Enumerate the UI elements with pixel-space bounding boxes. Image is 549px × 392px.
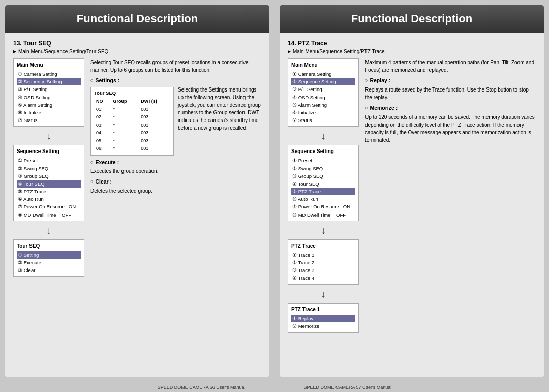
- seq-menu-title: Sequence Setting: [17, 147, 81, 156]
- r-arrow-1: ↓: [288, 131, 359, 141]
- ptz-trace-title: PTZ Trace: [291, 242, 355, 250]
- arrow-1: ↓: [13, 131, 84, 141]
- r-menu-item-4: ④ OSD Setting: [291, 94, 355, 101]
- ptz-trace1-menu-box: PTZ Trace 1 ① Replay ② Memorize: [288, 303, 359, 333]
- r-seq-item-2: ② Swing SEQ: [291, 165, 355, 172]
- seq-item-7: ⑦ Power On Resume ON: [17, 203, 81, 210]
- r-seq-item-6: ⑥ Auto Run: [291, 195, 355, 203]
- seq-item-5: ⑤ PTZ Trace: [17, 188, 81, 195]
- left-page-header: Functional Description: [5, 5, 269, 33]
- right-section-title: 14. PTZ Trace: [288, 40, 536, 47]
- memorize-text: Up to 120 seconds of a memory can be sav…: [365, 113, 536, 144]
- left-section-title: 13. Tour SEQ: [13, 40, 261, 47]
- left-menu-column: Main Menu ① Camera Setting ② Sequence Se…: [13, 58, 84, 370]
- execute-text: Executes the group operation.: [90, 167, 261, 175]
- r-arrow-2: ↓: [288, 225, 359, 235]
- ptz-trace-menu-box: PTZ Trace ① Trace 1 ② Trace 2 ③ Trace 3 …: [288, 239, 359, 285]
- r-menu-item-1: ① Camera Setting: [291, 70, 355, 78]
- tour-item-1: ① Setting: [17, 251, 81, 259]
- menu-item-5: ⑤ Alarm Setting: [17, 101, 81, 109]
- right-main-menu-title: Main Menu: [291, 61, 355, 69]
- r-seq-item-1: ① Preset: [291, 157, 355, 164]
- replay-heading: Replay :: [365, 77, 536, 85]
- right-main-menu-box: Main Menu ① Camera Setting ② Sequence Se…: [288, 58, 359, 127]
- right-menu-column: Main Menu ① Camera Setting ② Sequence Se…: [288, 58, 359, 370]
- menu-item-2: ② Sequence Setting: [17, 78, 81, 85]
- r-menu-item-2: ② Sequence Setting: [291, 78, 355, 85]
- ptz-item-4: ④ Trace 4: [291, 274, 355, 282]
- right-intro: Maximum 4 patterns of the manual operati…: [365, 58, 536, 74]
- footer-left: SPEED DOME CAMERA 56 User's Manual: [158, 385, 246, 390]
- right-breadcrumb: Main Menu/Sequence Setting/PTZ Trace: [288, 49, 536, 54]
- tour-menu-title: Tour SEQ: [17, 242, 81, 250]
- r-menu-item-6: ⑥ Initialize: [291, 109, 355, 116]
- right-right-col: Maximum 4 patterns of the manual operati…: [365, 58, 536, 370]
- left-page: Functional Description 13. Tour SEQ Main…: [5, 5, 269, 377]
- menu-item-4: ④ OSD Setting: [17, 94, 81, 101]
- r-seq-item-5: ⑤ PTZ Trace: [291, 188, 355, 195]
- right-page-header: Functional Description: [280, 5, 544, 33]
- r-menu-item-3: ③ P/T Setting: [291, 85, 355, 93]
- r-menu-item-5: ⑤ Alarm Setting: [291, 101, 355, 109]
- r-seq-item-3: ③ Group SEQ: [291, 172, 355, 180]
- right-seq-menu-box: Sequence Setting ① Preset ② Swing SEQ ③ …: [288, 145, 359, 221]
- main-menu-title: Main Menu: [17, 61, 81, 69]
- clear-text: Deletes the selected group.: [90, 187, 261, 195]
- ptz1-item-2: ② Memorize: [291, 322, 355, 330]
- seq-item-2: ② Swing SEQ: [17, 165, 81, 172]
- menu-item-3: ③ P/T Setting: [17, 85, 81, 93]
- execute-heading: Execute :: [90, 159, 261, 167]
- ptz-trace1-title: PTZ Trace 1: [291, 306, 355, 314]
- seq-item-8: ⑧ MD Dwell Time OFF: [17, 211, 81, 219]
- r-arrow-3: ↓: [288, 289, 359, 299]
- r-menu-item-7: ⑦ Status: [291, 116, 355, 124]
- footer-right: SPEED DOME CAMERA 57 User's Manual: [304, 385, 392, 390]
- th-no: NO: [94, 98, 111, 106]
- settings-text: Selecting the Settings menu brings up th…: [178, 86, 261, 132]
- arrow-2: ↓: [13, 225, 84, 235]
- tour-table: Tour SEQ NOGroupDWT(s) 01:*003 02:*003 0…: [90, 87, 174, 156]
- ptz1-item-1: ① Replay: [291, 315, 355, 322]
- seq-item-1: ① Preset: [17, 157, 81, 164]
- th-dwt: DWT(s): [139, 98, 170, 106]
- ptz-item-3: ③ Trace 3: [291, 266, 355, 274]
- main-menu-box: Main Menu ① Camera Setting ② Sequence Se…: [13, 58, 84, 127]
- right-seq-menu-title: Sequence Setting: [291, 147, 355, 156]
- table-title: Tour SEQ: [94, 89, 170, 97]
- ptz-item-2: ② Trace 2: [291, 259, 355, 266]
- tour-item-2: ② Execute: [17, 259, 81, 266]
- r-seq-item-7: ⑦ Power On Resume ON: [291, 203, 355, 210]
- tour-menu-box: Tour SEQ ① Setting ② Execute ③ Clear: [13, 239, 84, 277]
- th-group: Group: [111, 98, 139, 106]
- footer: SPEED DOME CAMERA 56 User's Manual SPEED…: [0, 382, 549, 392]
- replay-text: Replays a route saved by the Trace funct…: [365, 86, 536, 101]
- memorize-heading: Memorize :: [365, 104, 536, 112]
- seq-item-3: ③ Group SEQ: [17, 172, 81, 180]
- r-seq-item-8: ⑧ MD Dwell Time OFF: [291, 211, 355, 219]
- menu-item-7: ⑦ Status: [17, 116, 81, 124]
- menu-item-1: ① Camera Setting: [17, 70, 81, 78]
- seq-menu-box: Sequence Setting ① Preset ② Swing SEQ ③ …: [13, 145, 84, 221]
- right-page: Functional Description 14. PTZ Trace Mai…: [280, 5, 544, 377]
- left-right-col: Selecting Tour SEQ recalls groups of pre…: [90, 58, 261, 370]
- tour-item-3: ③ Clear: [17, 266, 81, 274]
- seq-item-4: ④ Tour SEQ: [17, 180, 81, 188]
- seq-item-6: ⑥ Auto Run: [17, 195, 81, 203]
- left-breadcrumb: Main Menu/Sequence Setting/Tour SEQ: [13, 49, 261, 54]
- settings-heading: Settings :: [90, 77, 261, 85]
- menu-item-6: ⑥ Initialize: [17, 109, 81, 116]
- left-intro: Selecting Tour SEQ recalls groups of pre…: [90, 58, 261, 74]
- clear-heading: Clear :: [90, 178, 261, 186]
- r-seq-item-4: ④ Tour SEQ: [291, 180, 355, 188]
- ptz-item-1: ① Trace 1: [291, 251, 355, 259]
